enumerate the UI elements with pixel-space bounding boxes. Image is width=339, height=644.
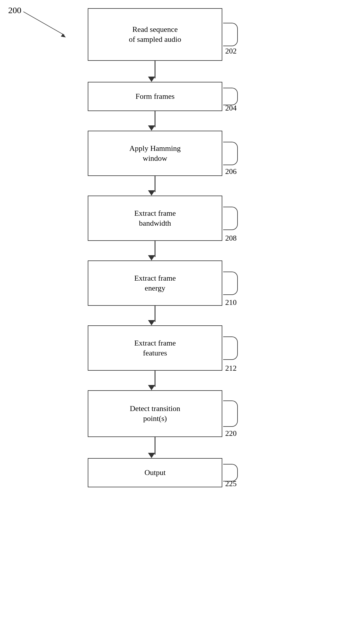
- connector-7-8: [155, 437, 156, 455]
- ref-225: 225: [225, 479, 237, 488]
- connector-3-4: [155, 176, 156, 192]
- connector-6-7: [155, 371, 156, 387]
- arrow-5-6: [148, 320, 155, 325]
- box-bandwidth: Extract frame bandwidth: [88, 196, 222, 241]
- bracket-3: [223, 142, 238, 165]
- box-features: Extract frame features: [88, 325, 222, 371]
- arrow-6-7: [148, 385, 155, 390]
- box-form-frames: Form frames: [88, 82, 222, 111]
- connector-2-3: [155, 111, 156, 127]
- arrow-2-3: [148, 125, 155, 131]
- ref-220: 220: [225, 429, 237, 438]
- label-arrow: [18, 6, 76, 41]
- ref-202: 202: [225, 47, 237, 56]
- connector-1-2: [155, 61, 156, 78]
- ref-208: 208: [225, 234, 237, 243]
- box-output: Output: [88, 458, 222, 487]
- arrow-7-8: [148, 453, 155, 458]
- box-energy: Extract frame energy: [88, 260, 222, 306]
- bracket-8: [223, 464, 238, 481]
- flowchart-diagram: 200 Read sequence of sampled audio 202 F…: [0, 0, 339, 644]
- arrow-3-4: [148, 190, 155, 196]
- arrow-1-2: [148, 77, 155, 82]
- connector-5-6: [155, 306, 156, 322]
- bracket-6: [223, 336, 238, 360]
- bracket-1: [223, 23, 238, 46]
- ref-210: 210: [225, 298, 237, 307]
- box-hamming: Apply Hamming window: [88, 131, 222, 176]
- box-transition: Detect transition point(s): [88, 390, 222, 437]
- ref-204: 204: [225, 104, 237, 113]
- box-read-sequence: Read sequence of sampled audio: [88, 8, 222, 61]
- ref-212: 212: [225, 364, 237, 373]
- connector-4-5: [155, 241, 156, 257]
- ref-206: 206: [225, 167, 237, 176]
- bracket-4: [223, 207, 238, 230]
- arrow-4-5: [148, 255, 155, 260]
- svg-line-0: [23, 12, 64, 35]
- bracket-5: [223, 272, 238, 295]
- bracket-7: [223, 400, 238, 427]
- bracket-2: [223, 88, 238, 105]
